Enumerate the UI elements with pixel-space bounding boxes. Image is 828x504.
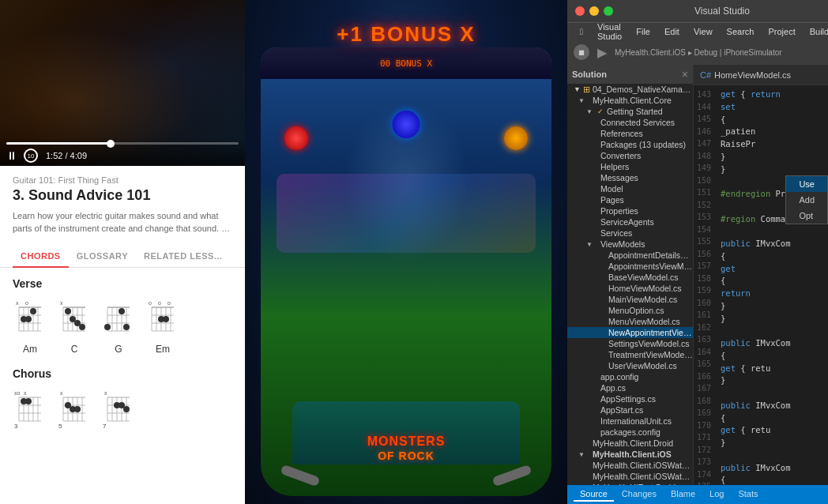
tree-item[interactable]: ▼ViewModels — [567, 239, 693, 250]
tree-item[interactable]: app.config — [567, 371, 693, 382]
maximize-button[interactable] — [604, 6, 613, 16]
tree-item[interactable]: AppointmentsViewModel.cs — [567, 261, 693, 272]
tree-item[interactable]: Model — [567, 183, 693, 194]
bottom-tab-source[interactable]: Source — [574, 487, 614, 502]
menu-build[interactable]: Build — [804, 25, 828, 38]
tab-related[interactable]: RELATED LESS... — [136, 245, 231, 267]
code-line: _patien — [721, 126, 823, 138]
line-number: 149 — [694, 162, 711, 175]
code-line: } — [721, 164, 823, 176]
menu-project[interactable]: Project — [762, 25, 801, 38]
line-number: 157 — [694, 260, 711, 273]
tree-label: Messages — [600, 173, 638, 182]
ctx-use[interactable]: Use — [786, 176, 827, 192]
pause-button[interactable]: ⏸ — [6, 149, 17, 162]
tree-item[interactable]: TreatmentViewModel.cs — [567, 349, 693, 360]
tree-item[interactable]: Converters — [567, 150, 693, 161]
svg-text:o: o — [167, 300, 171, 306]
chord-am[interactable]: x o Am — [13, 298, 47, 355]
score-display: 00 BONUS X — [380, 58, 432, 69]
tree-item[interactable]: NewAppointmentViewModel.cs — [567, 327, 693, 338]
code-text[interactable]: get { return set { _patien RaisePr } } #… — [716, 85, 828, 485]
bottom-tab-log[interactable]: Log — [703, 487, 730, 502]
tree-item[interactable]: Helpers — [567, 161, 693, 172]
tree-item[interactable]: References — [567, 128, 693, 139]
svg-text:x: x — [60, 300, 63, 306]
code-line: { — [721, 474, 823, 485]
tree-item[interactable]: ServiceAgents — [567, 216, 693, 228]
tree-item[interactable]: AppStart.cs — [567, 404, 693, 416]
chord-g[interactable]: G — [101, 298, 136, 355]
menu-view[interactable]: View — [687, 25, 719, 38]
chorus-chord-2[interactable]: x 5 — [57, 388, 92, 431]
tree-item[interactable]: Messages — [567, 172, 693, 183]
tree-item[interactable]: ▼MyHealth.Client.Core — [567, 95, 693, 106]
tree-item[interactable]: Packages (13 updates) — [567, 139, 693, 150]
solution-close-button[interactable]: × — [682, 69, 688, 80]
tree-item[interactable]: Services — [567, 228, 693, 239]
tree-root[interactable]: ▼⊞04_Demos_NativeXamarinApps (master) — [567, 84, 693, 95]
code-line: } — [721, 151, 823, 164]
bottom-tab-stats[interactable]: Stats — [732, 487, 764, 502]
ctx-opt[interactable]: Opt — [786, 208, 827, 224]
menu-edit[interactable]: Edit — [658, 25, 686, 38]
chorus-chord-1[interactable]: xo x 3 — [13, 388, 47, 431]
tree-item[interactable]: ▼✓Getting Started — [567, 106, 693, 117]
menu-search[interactable]: Search — [721, 25, 761, 38]
tree-label: Helpers — [600, 162, 629, 171]
line-numbers: 1431441451461471481491501511521531541551… — [694, 85, 716, 485]
main-area: Solution × ▼⊞04_Demos_NativeXamarinApps … — [567, 65, 828, 485]
editor-tab[interactable]: C# HomeViewModel.cs — [694, 65, 828, 85]
tree-item[interactable]: MenuViewModel.cs — [567, 316, 693, 327]
skip-button[interactable]: 10 — [24, 149, 38, 163]
tree-label: BaseViewModel.cs — [608, 273, 679, 282]
chord-c[interactable]: x C — [57, 298, 92, 355]
line-number: 163 — [694, 333, 711, 346]
pinball-panel[interactable]: +1 BONUS X 00 BONUS X — [245, 0, 567, 504]
ctx-add[interactable]: Add — [786, 192, 827, 208]
chord-em-label: Em — [156, 344, 170, 355]
bottom-tab-blame[interactable]: Blame — [664, 487, 702, 502]
tab-glossary[interactable]: GLOSSARY — [69, 245, 136, 267]
play-button[interactable]: ▶ — [594, 44, 610, 60]
close-button[interactable] — [575, 6, 585, 16]
tree-item[interactable]: ▼MyHealth.Client.iOS — [567, 449, 693, 460]
tree-item[interactable]: MenuOption.cs — [567, 305, 693, 316]
chord-em[interactable]: o o o Em — [145, 298, 180, 355]
tree-label: TreatmentViewModel.cs — [608, 350, 693, 359]
tree-root-label: 04_Demos_NativeXamarinApps (master) — [593, 85, 693, 94]
tree-item[interactable]: MyHealth.Client.iOSWatchKitExtension — [567, 471, 693, 482]
code-line: } — [721, 300, 823, 313]
menu-apple[interactable]:  — [574, 25, 589, 38]
chorus-chord-3[interactable]: x 7 — [101, 388, 136, 431]
solution-tree[interactable]: ▼⊞04_Demos_NativeXamarinApps (master)▼My… — [567, 84, 693, 485]
tree-item[interactable]: HomeViewModel.cs — [567, 283, 693, 294]
progress-bar[interactable] — [6, 142, 239, 145]
game-name: MONSTERS — [261, 434, 551, 449]
transport-button[interactable]: ⏹ — [574, 44, 589, 60]
chord-c-diagram: x — [57, 298, 92, 340]
tree-item[interactable]: MainViewModel.cs — [567, 294, 693, 305]
tree-item[interactable]: InternationalUnit.cs — [567, 416, 693, 427]
tree-item[interactable]: MyHealth.Client.iOSWatchKitApp — [567, 460, 693, 471]
lesson-description: Learn how your electric guitar makes sou… — [13, 209, 232, 235]
line-number: 156 — [694, 248, 711, 261]
code-line — [721, 325, 823, 337]
bottom-tab-changes[interactable]: Changes — [615, 487, 663, 502]
tree-item[interactable]: AppointmentDetailsViewModel.cs — [567, 250, 693, 261]
tree-item[interactable]: Connected Services — [567, 117, 693, 128]
tree-item[interactable]: BaseViewModel.cs — [567, 272, 693, 283]
line-number: 151 — [694, 186, 711, 199]
menu-file[interactable]: File — [630, 25, 657, 38]
minimize-button[interactable] — [589, 6, 599, 16]
tree-item[interactable]: App.cs — [567, 382, 693, 393]
tree-item[interactable]: AppSettings.cs — [567, 393, 693, 404]
tree-item[interactable]: Properties — [567, 205, 693, 216]
tree-item[interactable]: packages.config — [567, 427, 693, 438]
tree-item[interactable]: SettingsViewModel.cs — [567, 338, 693, 349]
tree-item[interactable]: MyHealth.Client.Droid — [567, 438, 693, 449]
tree-item[interactable]: UserViewModel.cs — [567, 360, 693, 371]
tab-chords[interactable]: CHORDS — [13, 245, 69, 267]
tree-item[interactable]: Pages — [567, 194, 693, 205]
code-line — [721, 387, 823, 400]
